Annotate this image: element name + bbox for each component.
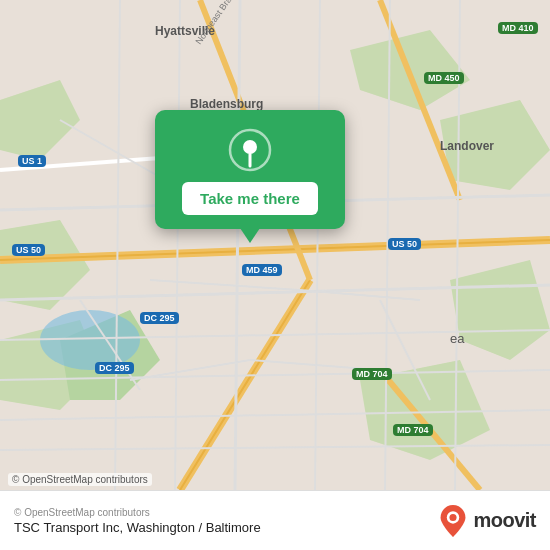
- road-badge-md450: MD 450: [424, 72, 464, 84]
- svg-point-44: [243, 140, 257, 154]
- road-badge-md704-lower: MD 704: [393, 424, 433, 436]
- svg-text:Bladensburg: Bladensburg: [190, 97, 263, 111]
- bottom-left-info: © OpenStreetMap contributors TSC Transpo…: [14, 507, 261, 535]
- svg-text:Landover: Landover: [440, 139, 494, 153]
- svg-text:ea: ea: [450, 331, 465, 346]
- map-view[interactable]: Hyattsville Bladensburg Landover Northea…: [0, 0, 550, 490]
- road-badge-md410: MD 410: [498, 22, 538, 34]
- copyright-text: © OpenStreetMap contributors: [14, 507, 261, 518]
- take-me-there-button[interactable]: Take me there: [182, 182, 318, 215]
- svg-point-46: [450, 513, 457, 520]
- road-badge-dc295-lower: DC 295: [95, 362, 134, 374]
- road-badge-md704-upper: MD 704: [352, 368, 392, 380]
- moovit-brand-text: moovit: [473, 509, 536, 532]
- bottom-bar: © OpenStreetMap contributors TSC Transpo…: [0, 490, 550, 550]
- moovit-logo[interactable]: moovit: [439, 505, 536, 537]
- map-osm-credit: © OpenStreetMap contributors: [8, 473, 152, 486]
- road-badge-us1: US 1: [18, 155, 46, 167]
- road-badge-dc295-upper: DC 295: [140, 312, 179, 324]
- location-popup: Take me there: [155, 110, 345, 229]
- location-pin-icon: [228, 128, 272, 172]
- road-badge-us50-left: US 50: [12, 244, 45, 256]
- moovit-pin-icon: [439, 505, 467, 537]
- road-badge-us50-right: US 50: [388, 238, 421, 250]
- location-name: TSC Transport Inc, Washington / Baltimor…: [14, 520, 261, 535]
- road-badge-md459: MD 459: [242, 264, 282, 276]
